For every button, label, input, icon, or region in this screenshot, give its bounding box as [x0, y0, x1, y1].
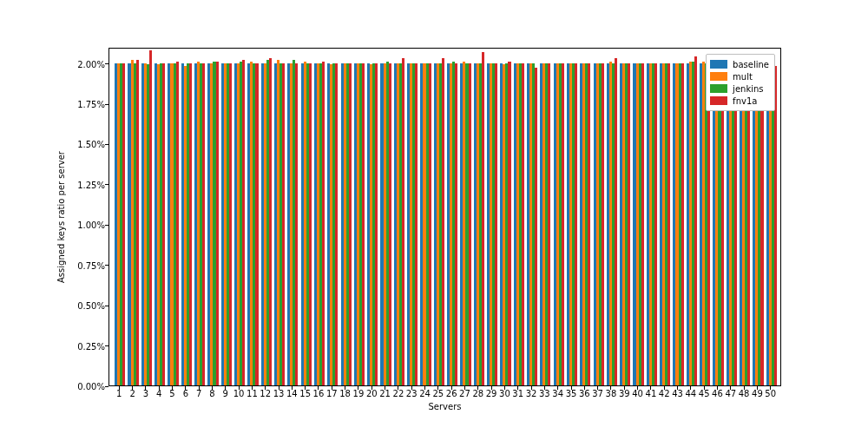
xtick-label: 30 [499, 386, 510, 398]
bar-fnv1a [202, 63, 205, 385]
xtick-label: 35 [566, 386, 577, 398]
bar-fnv1a [628, 63, 630, 385]
xtick-label: 38 [606, 386, 617, 398]
xtick-label: 9 [223, 386, 228, 398]
bar-fnv1a [482, 52, 484, 385]
legend-entry-jenkins: jenkins [710, 82, 769, 95]
legend-label-jenkins: jenkins [733, 84, 763, 94]
xtick-label: 40 [632, 386, 643, 398]
bar-fnv1a [162, 63, 165, 385]
xtick-label: 6 [183, 386, 188, 398]
legend-entry-baseline: baseline [710, 58, 769, 70]
bar-fnv1a [389, 63, 391, 385]
xtick-label: 4 [156, 386, 161, 398]
bar-fnv1a [522, 63, 524, 385]
xtick-label: 1 [116, 386, 122, 398]
bar-fnv1a [349, 63, 352, 385]
ytick-label: 0.75% [77, 260, 108, 270]
ytick-label: 1.00% [77, 220, 108, 230]
legend-swatch-baseline [710, 60, 727, 69]
bar-fnv1a [469, 63, 471, 385]
bar-fnv1a [229, 63, 232, 385]
legend-entry-mult: mult [710, 70, 769, 82]
bar-fnv1a [122, 63, 125, 385]
ytick-label: 0.25% [77, 341, 108, 351]
bar-fnv1a [654, 63, 657, 385]
xtick-label: 19 [353, 386, 365, 398]
bar-fnv1a [442, 58, 444, 385]
bar-fnv1a [602, 63, 604, 385]
y-axis-label: Assigned keys ratio per server [56, 151, 66, 283]
bar-fnv1a [255, 63, 258, 385]
xtick-label: 12 [260, 386, 271, 398]
legend: baseline mult jenkins fnv1a [706, 54, 775, 111]
ytick-label: 2.00% [77, 59, 108, 69]
legend-label-mult: mult [733, 72, 753, 82]
xtick-label: 47 [725, 386, 736, 398]
bar-fnv1a [216, 62, 219, 385]
ytick-label: 1.75% [77, 100, 108, 109]
xtick-label: 25 [432, 386, 444, 398]
bar-fnv1a [242, 60, 245, 385]
bar-fnv1a [176, 62, 179, 385]
bar-fnv1a [189, 63, 192, 385]
bar-fnv1a [535, 68, 537, 385]
bar-fnv1a [309, 63, 312, 385]
bar-fnv1a [149, 50, 152, 385]
bar-fnv1a [562, 63, 564, 385]
xtick-label: 26 [446, 386, 457, 398]
bar-fnv1a [508, 62, 510, 385]
xtick-label: 2 [129, 386, 135, 398]
bar-fnv1a [402, 58, 404, 385]
xtick-label: 37 [592, 386, 603, 398]
ytick-label: 0.50% [77, 301, 108, 311]
xtick-label: 32 [526, 386, 537, 398]
xtick-label: 31 [512, 386, 523, 398]
xtick-label: 39 [619, 386, 630, 398]
xtick-label: 27 [459, 386, 470, 398]
xtick-label: 33 [539, 386, 550, 398]
bar-fnv1a [681, 63, 684, 385]
bar-fnv1a [295, 63, 298, 385]
ytick-label: 1.25% [77, 180, 108, 189]
xtick-label: 17 [326, 386, 338, 398]
plot-area: baseline mult jenkins fnv1a [108, 48, 781, 386]
legend-entry-fnv1a: fnv1a [710, 95, 769, 107]
xtick-label: 11 [247, 386, 258, 398]
xtick-label: 36 [579, 386, 590, 398]
xtick-label: 48 [739, 386, 750, 398]
xtick-label: 14 [286, 386, 298, 398]
legend-label-fnv1a: fnv1a [733, 96, 757, 106]
bar-fnv1a [694, 56, 697, 385]
axes: baseline mult jenkins fnv1a 0.00%0.25%0.… [108, 48, 781, 386]
legend-swatch-jenkins [710, 84, 727, 93]
xtick-label: 46 [712, 386, 723, 398]
legend-swatch-fnv1a [710, 96, 727, 105]
xtick-label: 49 [752, 386, 763, 398]
xtick-label: 44 [685, 386, 696, 398]
bar-fnv1a [495, 63, 497, 385]
bar-fnv1a [774, 66, 777, 385]
bar-fnv1a [760, 63, 763, 385]
xtick-label: 50 [765, 386, 776, 398]
bar-fnv1a [322, 62, 325, 385]
xtick-label: 3 [143, 386, 148, 398]
xtick-label: 16 [313, 386, 325, 398]
xtick-label: 29 [486, 386, 497, 398]
ytick-label: 0.00% [77, 382, 108, 391]
bars-layer [109, 49, 780, 385]
legend-swatch-mult [710, 72, 727, 81]
bar-fnv1a [734, 63, 737, 385]
xtick-label: 24 [419, 386, 431, 398]
figure: baseline mult jenkins fnv1a 0.00%0.25%0.… [0, 0, 868, 434]
xtick-label: 20 [366, 386, 378, 398]
xtick-label: 41 [646, 386, 657, 398]
bar-fnv1a [335, 63, 338, 385]
bar-fnv1a [641, 63, 644, 385]
xtick-label: 15 [299, 386, 311, 398]
xtick-label: 7 [196, 386, 201, 398]
bar-fnv1a [375, 63, 378, 385]
bar-fnv1a [615, 58, 617, 385]
bar-fnv1a [429, 63, 431, 385]
bar-fnv1a [667, 63, 670, 385]
